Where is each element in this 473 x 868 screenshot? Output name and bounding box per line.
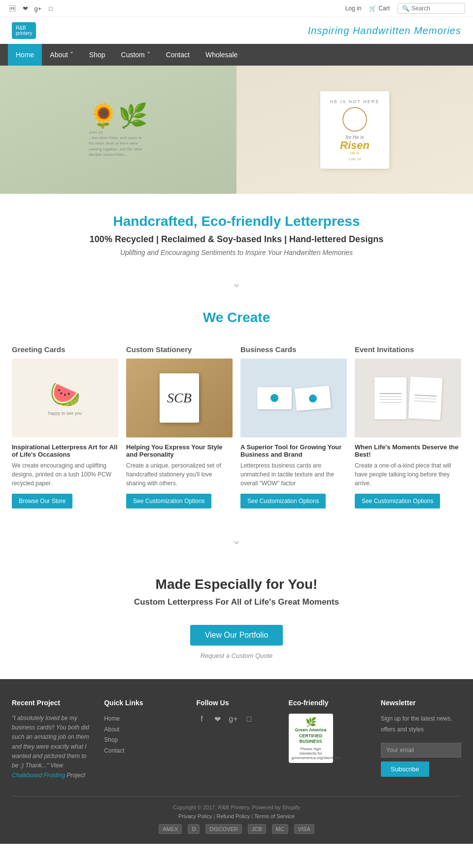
subscribe-button[interactable]: Subscribe: [381, 761, 429, 777]
social-icons-top:  ❤ g+ □: [8, 4, 55, 13]
browse-store-button[interactable]: Browse Our Store: [12, 494, 72, 508]
cart-icon: 🛒: [369, 5, 376, 12]
footer-recent-project: Recent Project "I absolutely loved be my…: [12, 699, 92, 781]
inv-line: [379, 399, 402, 400]
footer-link-shop[interactable]: Shop: [104, 735, 184, 746]
product-title-stationery: Custom Stationery: [126, 345, 233, 354]
watermelon-art: 🍉 happy to see you: [12, 359, 118, 437]
eco-badge: 🌿 Green America CERTIFIED BUSINESS Pleas…: [289, 714, 333, 763]
biz-dot: [270, 394, 278, 402]
inv-card-2: [408, 376, 442, 420]
bizcard-customize-button[interactable]: See Customization Options: [240, 494, 326, 508]
bible-text: John 20 ...the other Peter, and came to …: [89, 130, 148, 157]
eco-badge-text: Green America CERTIFIED BUSINESS: [292, 727, 330, 745]
inv-card-1: [374, 377, 406, 419]
footer-policy-links: Privacy Policy | Refund Policy | Terms o…: [12, 813, 461, 819]
stationery-image: SCB: [126, 359, 233, 437]
footer-social-icons: f ❤ g+ □: [196, 714, 276, 724]
footer-bottom: Copyright © 2017, R&B Printery. Powered …: [12, 796, 461, 834]
footer-link-about[interactable]: About: [104, 724, 184, 735]
inv-line: [414, 397, 437, 399]
facebook-icon-top[interactable]: : [8, 4, 17, 13]
sub-heading: 100% Recycled | Reclaimed & Soy-based In…: [10, 234, 463, 245]
nav-custom[interactable]: Custom ˅: [113, 44, 158, 66]
products-grid: Greeting Cards 🍉 happy to see you Inspir…: [0, 340, 473, 523]
search-box[interactable]: 🔍: [398, 3, 465, 14]
made-for-you-heading: Made Especially for You!: [10, 577, 463, 592]
discover-icon: DISCOVER: [205, 824, 241, 834]
footer-googleplus-icon[interactable]: g+: [228, 714, 238, 724]
nav-wholesale[interactable]: Wholesale: [198, 44, 245, 66]
footer-grid: Recent Project "I absolutely loved be my…: [12, 699, 461, 781]
footer-quick-links: Quick Links Home About Shop Contact: [104, 699, 184, 781]
footer-instagram-icon[interactable]: □: [243, 714, 254, 724]
newsletter-description: Sign up for the latest news, offers and …: [381, 714, 461, 735]
search-input[interactable]: [411, 5, 461, 12]
mono-card: SCB: [160, 373, 199, 423]
nav-about[interactable]: About ˅: [42, 44, 81, 66]
pinterest-icon-top[interactable]: ❤: [21, 4, 30, 13]
login-link[interactable]: Log in: [345, 5, 362, 12]
inv-line: [414, 394, 437, 396]
nav-contact[interactable]: Contact: [158, 44, 198, 66]
nav-shop[interactable]: Shop: [81, 44, 113, 66]
footer-link-home[interactable]: Home: [104, 714, 184, 724]
main-heading: Handcrafted, Eco-friendly Letterpress: [10, 214, 463, 229]
biz-card-art: [240, 359, 347, 437]
invitation-customize-button[interactable]: See Customization Options: [355, 494, 440, 508]
footer-facebook-icon[interactable]: f: [196, 714, 207, 724]
tagline-section: Handcrafted, Eco-friendly Letterpress 10…: [0, 194, 473, 266]
invitation-art: [355, 359, 461, 437]
we-create-heading: We Create: [10, 310, 463, 326]
privacy-policy-link[interactable]: Privacy Policy: [178, 813, 212, 819]
search-icon: 🔍: [402, 5, 409, 12]
bizcard-image: [240, 359, 347, 437]
eco-logo: 🌿: [292, 717, 330, 727]
product-stationery: Custom Stationery SCB Helping You Expres…: [126, 345, 233, 508]
custom-quote-link[interactable]: Request a Custom Quote: [201, 652, 273, 659]
body-text: Uplifting and Encouraging Sentiments to …: [10, 249, 463, 256]
quick-links-heading: Quick Links: [104, 699, 184, 707]
risen-title: Risen: [330, 140, 379, 151]
chevron-down-icon[interactable]: ⌄: [0, 266, 473, 300]
logo[interactable]: R&B printery: [12, 22, 36, 39]
google-plus-icon-top[interactable]: g+: [34, 4, 42, 13]
greeting-bold-title: Inspirational Letterpress Art for All of…: [12, 443, 118, 458]
header: R&B printery Inspiring Handwritten Memor…: [0, 17, 473, 44]
footer-link-contact[interactable]: Contact: [104, 746, 184, 757]
instagram-icon-top[interactable]: □: [46, 4, 55, 13]
eco-friendly-heading: Eco-friendly: [289, 699, 369, 707]
cart-link[interactable]: 🛒 Cart: [369, 5, 390, 12]
bizcard-description: Letterpress business cards are unmatched…: [240, 461, 347, 488]
refund-policy-link[interactable]: Refund Policy: [216, 813, 250, 819]
footer-follow-us: Follow Us f ❤ g+ □: [196, 699, 276, 781]
stationery-customize-button[interactable]: See Customization Options: [126, 494, 211, 508]
biz-dot-2: [308, 394, 317, 402]
newsletter-email-input[interactable]: [381, 743, 461, 758]
product-greeting-cards: Greeting Cards 🍉 happy to see you Inspir…: [12, 345, 118, 508]
risen-circle: [342, 107, 367, 132]
logo-box: R&B printery: [12, 22, 36, 39]
risen-sub: He Is: [330, 151, 379, 155]
we-create-section: We Create: [0, 300, 473, 340]
risen-verse: Luke 24: [330, 157, 379, 161]
nav-home[interactable]: Home: [8, 44, 42, 66]
inv-line: [379, 402, 402, 403]
recent-project-heading: Recent Project: [12, 699, 92, 707]
product-business-cards: Business Cards A Superior Tool for Growi…: [240, 345, 347, 508]
biz-card-2: [295, 386, 331, 411]
testimonial-text: "I absolutely loved be my business cards…: [12, 714, 92, 781]
view-portfolio-button[interactable]: View Our Portfolio: [190, 625, 283, 646]
terms-of-service-link[interactable]: Terms of Service: [254, 813, 295, 819]
chalkboard-frosting-link[interactable]: Chalkboard Frosting: [12, 772, 65, 779]
hero-left: 🌻🌿 John 20 ...the other Peter, and came …: [0, 66, 236, 194]
tagline: Inspiring Handwritten Memories: [308, 25, 461, 36]
invitation-image: [355, 359, 461, 437]
copyright-text: Copyright © 2017, R&B Printery. Powered …: [12, 804, 461, 810]
newsletter-heading: Newsletter: [381, 699, 461, 707]
top-bar:  ❤ g+ □ Log in 🛒 Cart 🔍: [0, 0, 473, 17]
chevron-down-icon-2[interactable]: ⌄: [0, 523, 473, 557]
stationery-bold-title: Helping You Express Your Style and Perso…: [126, 443, 233, 458]
footer-pinterest-icon[interactable]: ❤: [212, 714, 223, 724]
visa-icon: VISA: [294, 824, 314, 834]
